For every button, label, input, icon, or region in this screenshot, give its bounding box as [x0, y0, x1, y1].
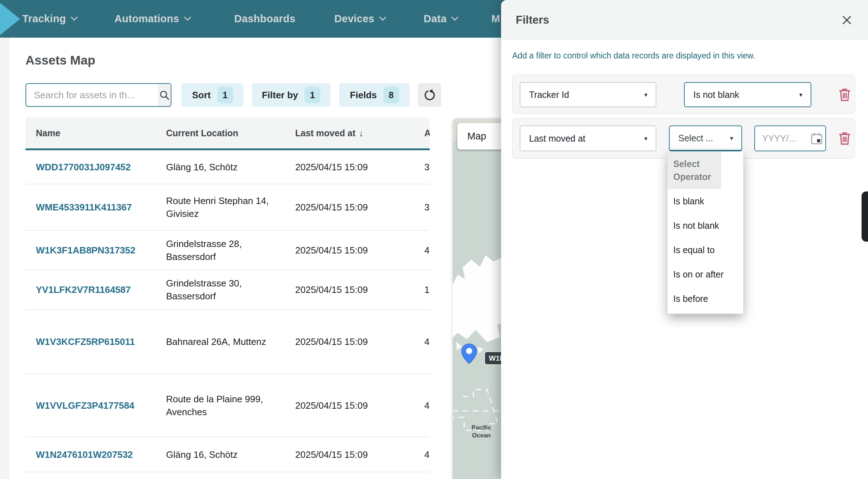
nav-item-data[interactable]: Data: [424, 0, 458, 38]
asset-location: Bahnareal 26A, Muttenz: [166, 335, 284, 348]
dropdown-caret-icon: ▼: [643, 136, 648, 142]
operator-option-is-not-blank[interactable]: Is not blank: [667, 213, 743, 238]
delete-filter-icon[interactable]: [839, 88, 850, 101]
assets-table: Name Current Location Last moved at↓ A W…: [25, 117, 430, 472]
filter-count-badge: 1: [305, 87, 320, 103]
asset-link[interactable]: W1N2476101W207532: [36, 448, 133, 461]
dropdown-caret-icon: ▼: [643, 92, 648, 98]
date-input[interactable]: [755, 133, 808, 144]
calendar-icon: [811, 132, 822, 144]
column-header-name[interactable]: Name: [36, 128, 60, 138]
fields-button[interactable]: Fields 8: [339, 83, 410, 107]
sort-label: Sort: [192, 90, 211, 101]
asset-location: Gläng 16, Schötz: [166, 448, 284, 461]
table-header: Name Current Location Last moved at↓ A: [25, 117, 430, 148]
operator-select-row1[interactable]: Is not blank ▼: [684, 82, 811, 107]
field-select-last-moved[interactable]: Last moved at ▼: [520, 125, 656, 151]
operator-option-is-blank[interactable]: Is blank: [667, 189, 743, 213]
filter-by-label: Filter by: [262, 90, 298, 101]
asset-search: [25, 83, 171, 107]
table-row[interactable]: W1V3KCFZ5RP615011 Bahnareal 26A, Muttenz…: [25, 310, 430, 374]
filter-by-button[interactable]: Filter by 1: [252, 83, 330, 107]
asset-link[interactable]: W1K3F1AB8PN317352: [36, 244, 135, 257]
refresh-icon: [423, 89, 436, 101]
scrollbar-thumb[interactable]: [862, 191, 868, 242]
refresh-button[interactable]: [418, 83, 441, 107]
asset-link[interactable]: WDD1770031J097452: [36, 161, 131, 174]
nav-item-automations[interactable]: Automations: [114, 0, 191, 38]
left-gutter: [0, 38, 10, 479]
nav-item-label: M: [491, 13, 500, 25]
chevron-down-icon: [184, 16, 191, 21]
page-title: Assets Map: [25, 53, 95, 67]
asset-last-moved: 2025/04/15 15:09: [295, 244, 368, 257]
chevron-down-icon: [379, 16, 386, 21]
table-row[interactable]: W1K3F1AB8PN317352 Grindelstrasse 28, Bas…: [25, 231, 430, 270]
asset-extra: 3: [424, 161, 430, 174]
asset-extra: 3: [424, 201, 430, 214]
sort-button[interactable]: Sort 1: [181, 83, 244, 107]
ocean-label: Pacific Ocean: [459, 424, 504, 440]
nav-item-tracking[interactable]: Tracking: [22, 0, 78, 38]
asset-location: Grindelstrasse 30, Bassersdorf: [166, 277, 284, 303]
asset-link[interactable]: W1V3KCFZ5RP615011: [36, 335, 135, 348]
operator-option-is-before[interactable]: Is before: [667, 286, 743, 311]
column-header-extra[interactable]: A: [424, 128, 430, 138]
filters-title: Filters: [516, 14, 549, 27]
asset-link[interactable]: WME4533911K411367: [36, 201, 132, 214]
asset-location: Grindelstrasse 28, Bassersdorf: [166, 237, 284, 263]
asset-link[interactable]: YV1LFK2V7R1164587: [36, 283, 131, 296]
field-select-tracker-id[interactable]: Tracker Id ▼: [520, 82, 656, 107]
sort-descending-icon: ↓: [359, 128, 363, 138]
asset-extra: 1.: [424, 283, 430, 296]
brand-arrow-icon: [0, 3, 20, 35]
search-button[interactable]: [158, 84, 171, 106]
search-input[interactable]: [26, 84, 158, 106]
dropdown-caret-icon: ▼: [798, 92, 803, 98]
operator-option-is-on-or-after[interactable]: Is on or after: [667, 262, 743, 286]
asset-extra: 4: [424, 244, 430, 257]
asset-extra: 4: [424, 448, 430, 461]
delete-filter-icon[interactable]: [839, 132, 850, 145]
filters-panel-header: Filters: [501, 0, 868, 40]
calendar-button[interactable]: [808, 132, 825, 144]
table-row[interactable]: W1VVLGFZ3P4177584 Route de la Plaine 999…: [25, 374, 430, 437]
nav-item-dashboards[interactable]: Dashboards: [234, 0, 296, 38]
column-header-location[interactable]: Current Location: [166, 128, 238, 138]
asset-location: Route de la Plaine 999, Avenches: [166, 393, 284, 418]
nav-item-label: Dashboards: [234, 13, 296, 25]
table-row[interactable]: WDD1770031J097452 Gläng 16, Schötz 2025/…: [25, 150, 430, 184]
asset-last-moved: 2025/04/15 15:09: [295, 201, 368, 214]
asset-last-moved: 2025/04/15 15:09: [295, 335, 368, 348]
filter-row-1: Tracker Id ▼ Is not blank ▼: [512, 75, 855, 114]
nav-item-more[interactable]: M: [491, 0, 500, 38]
nav-item-label: Devices: [334, 13, 374, 25]
asset-extra: 4: [424, 335, 430, 348]
chevron-down-icon: [71, 16, 78, 21]
column-header-last-moved[interactable]: Last moved at↓: [295, 128, 363, 138]
asset-last-moved: 2025/04/15 15:09: [295, 283, 368, 296]
asset-last-moved: 2025/04/15 15:09: [295, 448, 368, 461]
nav-item-label: Data: [424, 13, 447, 25]
operator-option-is-equal-to[interactable]: Is equal to: [667, 238, 743, 262]
operator-menu-placeholder: Select Operator: [667, 152, 721, 189]
nav-item-label: Automations: [114, 13, 179, 25]
search-icon: [159, 90, 170, 100]
operator-select-row2[interactable]: Select ... ▼: [669, 125, 742, 151]
map-pin-icon[interactable]: [461, 343, 477, 364]
close-icon[interactable]: [841, 14, 853, 26]
nav-item-devices[interactable]: Devices: [334, 0, 386, 38]
chevron-down-icon: [451, 16, 458, 21]
table-row[interactable]: YV1LFK2V7R1164587 Grindelstrasse 30, Bas…: [25, 270, 430, 310]
asset-last-moved: 2025/04/15 15:09: [295, 399, 368, 412]
asset-link[interactable]: W1VVLGFZ3P4177584: [36, 399, 135, 412]
nav-item-label: Tracking: [22, 13, 66, 25]
sort-count-badge: 1: [217, 87, 233, 103]
fields-count-badge: 8: [383, 87, 399, 103]
fields-label: Fields: [350, 90, 377, 101]
table-row[interactable]: WME4533911K411367 Route Henri Stephan 14…: [25, 184, 430, 231]
filters-description: Add a filter to control which data recor…: [512, 51, 755, 61]
asset-location: Route Henri Stephan 14, Givisiez: [166, 194, 284, 220]
table-row[interactable]: W1N2476101W207532 Gläng 16, Schötz 2025/…: [25, 437, 430, 472]
filters-panel: Filters Add a filter to control which da…: [501, 0, 868, 479]
